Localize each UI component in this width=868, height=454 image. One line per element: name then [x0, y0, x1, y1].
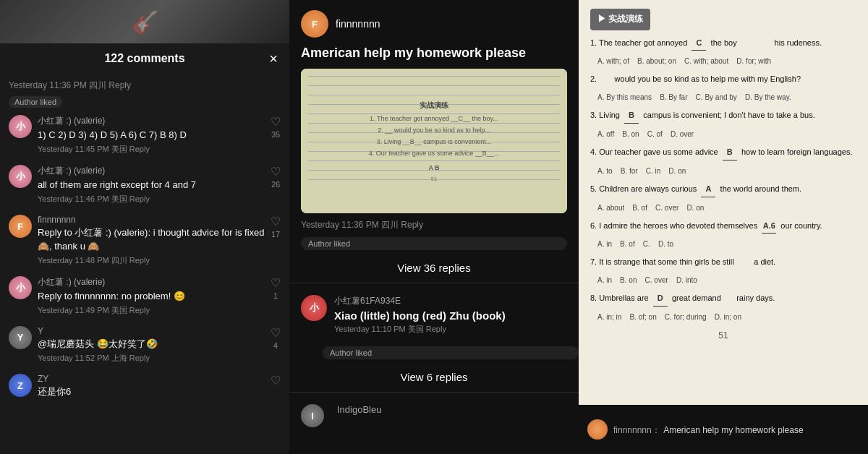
post-author-avatar: F	[301, 10, 328, 38]
comment-username: 小红薯 :) (valerie)	[38, 165, 265, 177]
list-item: 小 小红薯 :) (valerie) Reply to finnnnnnn: n…	[9, 276, 281, 316]
middle-panel: F finnnnnnn American help my homework pl…	[289, 0, 579, 454]
avatar-letter: F	[312, 19, 318, 30]
worksheet-header: ▶ 实战演练	[590, 9, 650, 30]
second-comment: 小 小红薯61FA934E Xiao (little) hong (red) Z…	[289, 286, 579, 343]
ws-options-7: A. in B. on C. over D. into	[590, 274, 856, 287]
avatar-letter: 小	[16, 170, 25, 183]
avatar-letter: Z	[17, 380, 23, 391]
second-comment-content: 小红薯61FA934E Xiao (little) hong (red) Zhu…	[334, 295, 567, 335]
avatar-letter: 小	[310, 301, 319, 314]
comment-text: 还是你6	[38, 385, 265, 398]
divider	[289, 283, 579, 283]
heart-icon: ♡	[271, 374, 281, 387]
ws-options-2: A. By this means B. By far C. By and by …	[590, 91, 856, 104]
author-liked-badge: Author liked	[9, 96, 62, 108]
comment-meta: Yesterday 11:52 PM 上海 Reply	[38, 353, 265, 364]
comment-like[interactable]: ♡ 35	[271, 115, 281, 139]
like-count: 26	[271, 180, 280, 189]
comment-meta: Yesterday 11:49 PM 美国 Reply	[38, 305, 265, 316]
ws-question-1: 1. The teacher got annoyed C the boy his…	[590, 36, 856, 51]
comment-text: Reply to finnnnnnn: no problem! 😊	[38, 290, 265, 303]
ws-options-5: A. about B. of C. over D. on	[590, 202, 856, 215]
post-timestamp: Yesterday 11:36 PM 四川 Reply	[289, 213, 579, 234]
avatar-letter: I	[311, 411, 314, 421]
avatar-letter: 小	[16, 281, 25, 294]
list-item: Z ZY 还是你6 ♡	[9, 374, 281, 398]
like-count: 35	[271, 130, 280, 139]
second-comment-meta: Yesterday 11:10 PM 美国 Reply	[334, 324, 567, 335]
comment-username: ZY	[38, 374, 265, 384]
third-comment-username: IndigoBleu	[331, 404, 381, 415]
right-panel: ▶ 实战演练 1. The teacher got annoyed C the …	[579, 0, 868, 454]
heart-icon: ♡	[271, 276, 281, 290]
like-count: 1	[273, 291, 278, 300]
list-item: 小 小红薯 :) (valerie) 1) C 2) D 3) 4) D 5) …	[9, 115, 281, 155]
heart-icon: ♡	[271, 115, 281, 129]
comment-text: Reply to 小红薯 :) (valerie): i thought adv…	[38, 226, 265, 252]
avatar: Y	[9, 326, 32, 349]
comment-like[interactable]: ♡ 4	[271, 326, 281, 350]
comment-text: @瑞尼蘑菇头 😂太好笑了🤣	[38, 338, 265, 351]
homework-worksheet: 实战演练 1. The teacher got annoyed __C__ th…	[301, 69, 567, 213]
avatar: F	[9, 215, 32, 238]
ws-options-1: A. with; of B. about; on C. with; about …	[590, 55, 856, 68]
ws-question-4: 4. Our teacher gave us some advice B how…	[590, 145, 856, 160]
left-panel: 122 comments × Yesterday 11:36 PM 四川 Rep…	[0, 0, 289, 454]
heart-icon: ♡	[271, 326, 281, 340]
comment-username: 小红薯 :) (valerie)	[38, 115, 265, 127]
comment-content: 小红薯 :) (valerie) Reply to finnnnnnn: no …	[38, 276, 265, 316]
page-number: 51	[590, 328, 856, 344]
list-item: F finnnnnnn Reply to 小红薯 :) (valerie): i…	[9, 215, 281, 265]
comment-content: ZY 还是你6	[38, 374, 265, 398]
comment-like[interactable]: ♡ 1	[271, 276, 281, 300]
comment-like[interactable]: ♡	[271, 374, 281, 387]
comment-username: 小红薯 :) (valerie)	[38, 276, 265, 288]
like-count: 17	[271, 230, 280, 239]
ws-question-8: 8. Umbrellas are D great demand rainy da…	[590, 291, 856, 307]
bottom-bar-message: American help my homework please	[663, 425, 803, 435]
avatar: 小	[9, 115, 32, 138]
ws-options-4: A. to B. for C. in D. on	[590, 165, 856, 178]
bottom-bar-avatar	[587, 419, 608, 440]
comment-meta: Yesterday 11:46 PM 美国 Reply	[38, 194, 265, 205]
avatar-letter: Y	[17, 332, 24, 343]
view-36-replies-button[interactable]: View 36 replies	[289, 256, 579, 280]
divider-2	[289, 392, 579, 393]
comment-username: finnnnnnn	[38, 215, 265, 225]
view-6-replies-button[interactable]: View 6 replies	[289, 365, 579, 389]
avatar: Z	[9, 374, 32, 397]
ws-question-3: 3. Living B campus is convenient; I don'…	[590, 108, 856, 124]
post-image: 实战演练 1. The teacher got annoyed __C__ th…	[301, 69, 567, 213]
comment-content: finnnnnnn Reply to 小红薯 :) (valerie): i t…	[38, 215, 265, 265]
ws-question-2: 2. would you be so kind as to help me wi…	[590, 72, 856, 87]
comment-content: Y @瑞尼蘑菇头 😂太好笑了🤣 Yesterday 11:52 PM 上海 Re…	[38, 326, 265, 364]
second-comment-avatar: 小	[301, 295, 327, 321]
post-author-liked-badge: Author liked	[301, 237, 567, 250]
bottom-bar-text: finnnnnnn： American help my homework ple…	[613, 423, 804, 437]
list-item: 小 小红薯 :) (valerie) all of them are right…	[9, 165, 281, 205]
comment-like[interactable]: ♡ 26	[271, 165, 281, 189]
worksheet-content: ▶ 实战演练 1. The teacher got annoyed C the …	[579, 0, 868, 353]
like-count: 4	[273, 341, 278, 350]
worksheet-image: ▶ 实战演练 1. The teacher got annoyed C the …	[579, 0, 868, 405]
comment-like[interactable]: ♡ 17	[271, 215, 281, 239]
post-header: F finnnnnnn	[289, 0, 579, 45]
ws-options-6: A. in B. of C. D. to	[590, 238, 856, 251]
comment-text: all of them are right except for 4 and 7	[38, 179, 265, 192]
list-item: Y Y @瑞尼蘑菇头 😂太好笑了🤣 Yesterday 11:52 PM 上海 …	[9, 326, 281, 364]
comment-content: 小红薯 :) (valerie) 1) C 2) D 3) 4) D 5) A …	[38, 115, 265, 155]
comments-title: 122 comments	[104, 52, 184, 65]
worksheet-text-overlay: 实战演练 1. The teacher got annoyed __C__ th…	[301, 69, 567, 213]
second-comment-username: 小红薯61FA934E	[334, 295, 567, 307]
close-button[interactable]: ×	[269, 51, 278, 67]
bottom-bar-username: finnnnnnn：	[613, 425, 660, 435]
ws-question-6: 6. I admire the heroes who devoted thems…	[590, 219, 856, 234]
bottom-bar: finnnnnnn： American help my homework ple…	[579, 405, 868, 454]
comment-meta: Yesterday 11:45 PM 美国 Reply	[38, 144, 265, 155]
second-comment-text: Xiao (little) hong (red) Zhu (book)	[334, 309, 567, 322]
post-username: finnnnnnn	[336, 18, 380, 30]
heart-icon: ♡	[271, 215, 281, 228]
second-author-liked-badge: Author liked	[323, 346, 579, 359]
comment-username: Y	[38, 326, 265, 336]
